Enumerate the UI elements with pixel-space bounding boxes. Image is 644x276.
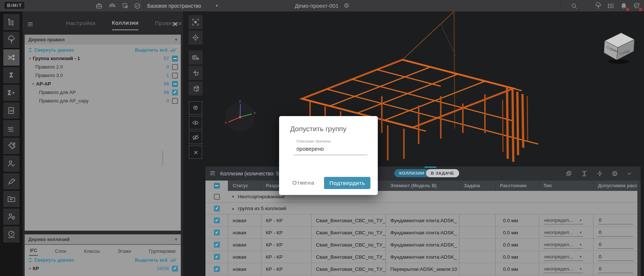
tab-storeys[interactable]: Этажи — [117, 248, 132, 256]
tab-classes[interactable]: Классы — [83, 248, 101, 256]
collapse-tree-link[interactable]: Свернуть дерево — [28, 48, 74, 53]
row-checkbox[interactable] — [214, 230, 220, 235]
team-icon[interactable] — [108, 1, 117, 10]
measure-tape-icon[interactable] — [189, 50, 203, 64]
tree-checkbox[interactable] — [172, 266, 178, 272]
chevron-down-icon[interactable] — [626, 170, 633, 177]
table-scrollbar-track[interactable] — [637, 181, 641, 276]
trowel-icon[interactable] — [3, 173, 20, 189]
show-eye-icon[interactable] — [189, 116, 202, 129]
user-location-icon[interactable] — [3, 209, 20, 225]
collisions-tree-header[interactable]: Дерево коллизий ▾ — [25, 234, 181, 244]
col-distance[interactable]: Расстояние — [496, 181, 539, 191]
shield-clock-icon[interactable] — [120, 1, 130, 10]
allowed-distance-input[interactable]: 0 — [598, 229, 633, 237]
tab-ifc[interactable]: IFC — [29, 247, 38, 256]
select-all-link[interactable]: Выделить всё — [135, 48, 177, 53]
isolate-object-icon[interactable] — [189, 101, 202, 115]
collapse-section-icon[interactable]: ▾ — [175, 237, 177, 242]
group-row-unsorted[interactable]: ▾ Неотсортированные — [205, 191, 641, 203]
tree-item-group[interactable]: ▾ Группа коллизий - 1 57 — [25, 54, 181, 63]
select-all-link[interactable]: Выделить всё — [135, 258, 177, 263]
tree-checkbox[interactable] — [172, 98, 178, 104]
group-checkbox[interactable] — [214, 206, 220, 212]
filter-in-task-chip[interactable]: В ЗАДАЧЕ — [426, 169, 459, 177]
tab-settings[interactable]: Настройки — [66, 17, 96, 30]
tree-checkbox[interactable] — [172, 73, 178, 78]
row-height-expand-icon[interactable] — [581, 170, 588, 177]
duplicate-icon[interactable] — [565, 170, 573, 177]
projects-briefcase-icon[interactable] — [94, 1, 103, 10]
rules-tree-header[interactable]: Дерево правил ▾ — [25, 35, 181, 45]
project-settings-gear-icon[interactable]: ⚙ — [344, 2, 349, 10]
notifications-bell-icon[interactable] — [619, 1, 628, 10]
tab-layers[interactable]: Слои — [54, 248, 67, 256]
col-allowed-distance[interactable]: Допустимое расстояние — [594, 181, 641, 191]
clash-detection-shuffle-icon[interactable] — [3, 49, 20, 66]
tree-checkbox[interactable] — [172, 56, 178, 62]
tree-checkbox[interactable] — [172, 64, 178, 70]
row-checkbox[interactable] — [214, 242, 220, 248]
tree-checkbox[interactable] — [172, 81, 178, 87]
tree-item-rule[interactable]: Правило 2.0 0 — [25, 63, 181, 71]
sync-history-icon[interactable]: 10 — [632, 1, 641, 10]
type-dropdown[interactable]: неопредел...▾ — [543, 241, 583, 249]
tree-item-kr[interactable]: ▾ КР 56/56 — [25, 264, 181, 273]
tree-item-rule[interactable]: Правило 3.0 1 — [25, 71, 181, 80]
sigma-summary-icon[interactable]: Σ — [3, 67, 20, 83]
table-menu-icon[interactable] — [209, 170, 217, 177]
gauge-dashboard-icon[interactable] — [3, 226, 20, 242]
select-all-checkbox[interactable] — [214, 183, 220, 189]
tree-item-subgroup[interactable]: ▾ АР-АР 56 — [25, 80, 181, 88]
collapse-tree-link[interactable]: Свернуть дерево — [28, 258, 74, 263]
plugins-puzzle-icon[interactable] — [3, 138, 20, 154]
type-dropdown[interactable]: неопредел...▾ — [543, 217, 583, 224]
search-icon[interactable] — [569, 1, 578, 10]
check-circle-icon[interactable] — [133, 1, 142, 10]
folder-import-icon[interactable] — [3, 191, 20, 207]
collapse-rows-icon[interactable] — [596, 170, 603, 177]
type-dropdown[interactable]: неопредел...▾ — [543, 229, 583, 237]
structure-tree-icon[interactable] — [3, 14, 20, 30]
user-approve-icon[interactable] — [3, 156, 20, 172]
tree-expand-icon[interactable]: ▾ — [30, 82, 36, 86]
hide-eye-off-icon[interactable] — [189, 131, 202, 144]
table-row[interactable]: новая КР - КР Свая_Винтовая_СВС_по_ТУ_ Ф… — [205, 214, 641, 227]
allowed-distance-input[interactable]: 0 — [598, 217, 633, 224]
tree-item-rule[interactable]: Правило для АР 56 — [25, 88, 181, 97]
table-settings-gear-icon[interactable]: ⚙ — [612, 170, 618, 178]
reason-input[interactable] — [294, 144, 367, 155]
model-tree-icon[interactable] — [594, 1, 603, 10]
allowed-distance-input[interactable]: 0 — [598, 241, 633, 249]
group-checkbox[interactable] — [214, 194, 220, 200]
tab-collisions[interactable]: Коллизии — [112, 17, 139, 30]
row-checkbox[interactable] — [214, 266, 220, 272]
tree-checkbox[interactable] — [172, 90, 178, 95]
type-dropdown[interactable]: неопредел...▾ — [543, 253, 583, 261]
panel-scrollbar-thumb[interactable] — [162, 151, 163, 165]
sigma-add-icon[interactable]: Σ+ — [3, 85, 20, 101]
confirm-button[interactable]: Подтвердить — [324, 177, 370, 189]
table-row[interactable]: новая КР - КР Свая_Винтовая_СВС_по_ТУ_ Ф… — [205, 239, 641, 251]
graphs-trend-icon[interactable] — [3, 120, 20, 136]
allowed-distance-input[interactable]: 0 — [598, 265, 633, 273]
tree-expand-icon[interactable]: ▾ — [27, 266, 33, 270]
col-element-b[interactable]: Элемент (Модель B) — [386, 181, 460, 191]
col-task[interactable]: Задача — [460, 181, 496, 191]
group-collapse-icon[interactable]: ▾ — [228, 194, 238, 199]
table-row[interactable]: новая КР - КР Свая_Винтовая_СВС_по_ТУ_ Ф… — [205, 251, 641, 263]
clear-selection-icon[interactable] — [189, 146, 202, 159]
row-checkbox[interactable] — [214, 254, 220, 260]
group-collapse-icon[interactable]: ▴ — [228, 206, 238, 211]
2d-view-icon[interactable]: 2D — [3, 102, 20, 119]
panel-close-icon[interactable]: ✕ — [172, 20, 178, 28]
section-plane-icon[interactable] — [189, 66, 203, 80]
tree-expand-icon[interactable]: ▾ — [27, 56, 33, 60]
collapse-section-icon[interactable]: ▾ — [175, 37, 177, 42]
table-row[interactable]: новая КР - КР Свая_Винтовая_СВС_по_ТУ_ Ф… — [205, 227, 641, 239]
tab-groupings[interactable]: Группировки — [148, 248, 176, 256]
row-checkbox[interactable] — [214, 217, 220, 223]
filter-collisions-chip[interactable]: КОЛЛИЗИИ — [394, 169, 429, 177]
locate-target-icon[interactable] — [189, 31, 203, 45]
col-status[interactable]: Статус — [228, 181, 261, 191]
